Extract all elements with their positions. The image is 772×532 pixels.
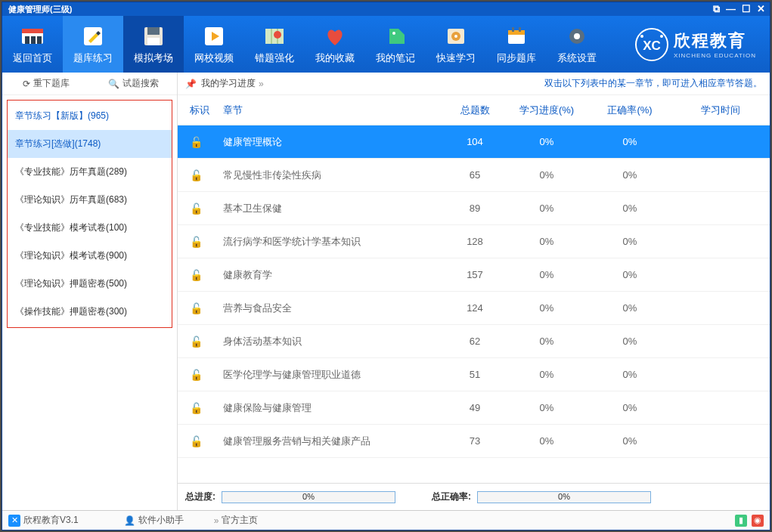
cell-total: 89 xyxy=(445,203,505,214)
sidebar-item[interactable]: 章节练习【新版】(965) xyxy=(8,102,172,130)
lock-icon: 🔓 xyxy=(190,203,203,215)
table-row[interactable]: 🔓常见慢性非传染性疾病650%0% xyxy=(178,159,770,192)
cell-chapter: 健康管理概论 xyxy=(223,135,445,149)
cell-chapter: 健康管理服务营销与相关健康产品 xyxy=(223,435,445,448)
tag-icon xyxy=(383,24,408,48)
cell-accuracy: 0% xyxy=(588,435,671,447)
total-accuracy-label: 总正确率: xyxy=(432,490,471,503)
cell-accuracy: 0% xyxy=(588,336,671,347)
chevron-right-icon[interactable]: » xyxy=(259,79,264,89)
svg-rect-4 xyxy=(37,36,42,44)
nav-quick[interactable]: 快速学习 xyxy=(426,16,486,73)
chart-icon[interactable]: ◉ xyxy=(752,515,764,527)
minimize-icon[interactable]: — xyxy=(726,3,736,15)
sidebar-item[interactable]: 《理论知识》模考试卷(900) xyxy=(8,242,172,270)
cell-accuracy: 0% xyxy=(588,169,671,181)
nav-video[interactable]: 网校视频 xyxy=(184,16,244,73)
sidebar-item[interactable]: 《操作技能》押题密卷(300) xyxy=(8,298,172,326)
helper-icon: 👤 xyxy=(124,515,135,526)
total-progress-bar: 0% xyxy=(222,491,395,503)
cell-progress: 0% xyxy=(505,435,588,447)
total-accuracy-bar: 0% xyxy=(477,491,651,503)
hint-text: 双击以下列表中的某一章节，即可进入相应章节答题。 xyxy=(544,77,762,90)
app-icon: ✕ xyxy=(8,515,20,527)
cell-total: 104 xyxy=(445,136,505,147)
status-right: ▮ ◉ xyxy=(735,515,764,527)
table-row[interactable]: 🔓健康保险与健康管理490%0% xyxy=(178,391,770,425)
cell-progress: 0% xyxy=(505,369,588,380)
sidebar-item[interactable]: 《理论知识》押题密卷(500) xyxy=(8,270,172,298)
table-row[interactable]: 🔓医学伦理学与健康管理职业道德510%0% xyxy=(178,358,770,391)
maximize-icon[interactable]: ☐ xyxy=(742,3,751,15)
progress-label[interactable]: 我的学习进度 xyxy=(201,77,256,90)
table-row[interactable]: 🔓流行病学和医学统计学基本知识1280%0% xyxy=(178,225,770,258)
cell-progress: 0% xyxy=(505,302,588,314)
table-row[interactable]: 🔓营养与食品安全1240%0% xyxy=(178,292,770,325)
nav-practice[interactable]: 题库练习 xyxy=(63,16,123,73)
col-chapter: 章节 xyxy=(223,104,445,117)
cell-accuracy: 0% xyxy=(588,302,671,314)
svg-rect-19 xyxy=(519,27,521,32)
pencil-icon xyxy=(81,24,105,48)
sidebar-item[interactable]: 《专业技能》历年真题(289) xyxy=(8,158,172,186)
nav-wrong[interactable]: 错题强化 xyxy=(244,16,305,73)
table-row[interactable]: 🔓健康教育学1570%0% xyxy=(178,258,770,292)
sidebar-item[interactable]: 《专业技能》模考试卷(100) xyxy=(8,214,172,242)
title-bar: 健康管理师(三级) ⧉ — ☐ ✕ xyxy=(2,2,770,16)
main-area: ⟳重下题库 🔍试题搜索 章节练习【新版】(965) 章节练习[选做](1748)… xyxy=(2,73,770,510)
sidebar-item[interactable]: 《理论知识》历年真题(683) xyxy=(8,186,172,214)
cell-total: 128 xyxy=(445,236,505,247)
nav-favorite[interactable]: 我的收藏 xyxy=(305,16,365,73)
lock-icon: 🔓 xyxy=(190,236,203,248)
pin-icon: 📌 xyxy=(185,79,197,89)
col-accuracy: 正确率(%) xyxy=(588,104,671,117)
cell-progress: 0% xyxy=(505,269,588,280)
svg-point-24 xyxy=(640,35,643,38)
cell-accuracy: 0% xyxy=(588,236,671,247)
lock-icon: 🔓 xyxy=(190,169,203,181)
table-body[interactable]: 🔓健康管理概论1040%0%🔓常见慢性非传染性疾病650%0%🔓基本卫生保健89… xyxy=(178,125,770,483)
cell-chapter: 健康保险与健康管理 xyxy=(223,401,445,415)
helper-link[interactable]: 👤软件小助手 xyxy=(124,514,184,527)
cell-progress: 0% xyxy=(505,236,588,247)
close-icon[interactable]: ✕ xyxy=(757,3,765,15)
save-icon xyxy=(141,24,166,48)
cell-chapter: 基本卫生保健 xyxy=(223,202,445,215)
app-version[interactable]: ✕欣程教育V3.1 xyxy=(8,514,79,527)
heart-icon xyxy=(323,24,347,48)
table-row[interactable]: 🔓基本卫生保健890%0% xyxy=(178,192,770,225)
table-row[interactable]: 🔓健康管理服务营销与相关健康产品730%0% xyxy=(178,425,770,458)
svg-rect-18 xyxy=(512,27,514,32)
refresh-db-button[interactable]: ⟳重下题库 xyxy=(2,77,90,90)
brand-logo: XC 欣程教育 XINCHENG EDUCATION xyxy=(634,27,770,62)
summary-bar: 总进度: 0% 总正确率: 0% xyxy=(178,483,770,510)
col-time: 学习时间 xyxy=(671,104,770,117)
toggle-icon[interactable]: ⧉ xyxy=(713,3,720,15)
table-row[interactable]: 🔓身体活动基本知识620%0% xyxy=(178,325,770,358)
stats-icon[interactable]: ▮ xyxy=(735,515,747,527)
table-row[interactable]: 🔓健康管理概论1040%0% xyxy=(178,125,770,159)
sidebar-list: 章节练习【新版】(965) 章节练习[选做](1748) 《专业技能》历年真题(… xyxy=(2,95,177,510)
search-button[interactable]: 🔍试题搜索 xyxy=(90,77,178,90)
safe-icon xyxy=(444,24,468,48)
total-progress-label: 总进度: xyxy=(185,490,215,503)
home-icon xyxy=(20,24,45,48)
cell-accuracy: 0% xyxy=(588,402,671,413)
nav-exam[interactable]: 模拟考场 xyxy=(123,16,184,73)
lock-icon: 🔓 xyxy=(190,302,203,314)
cell-accuracy: 0% xyxy=(588,203,671,214)
lock-icon: 🔓 xyxy=(190,269,203,281)
cell-progress: 0% xyxy=(505,336,588,347)
svg-point-15 xyxy=(454,35,457,38)
cell-progress: 0% xyxy=(505,402,588,413)
nav-notes[interactable]: 我的笔记 xyxy=(365,16,426,73)
sidebar-item[interactable]: 章节练习[选做](1748) xyxy=(8,130,172,158)
svg-rect-8 xyxy=(147,38,160,45)
chevron-right-icon: » xyxy=(214,515,219,526)
nav-home[interactable]: 返回首页 xyxy=(2,16,63,73)
home-link[interactable]: »官方主页 xyxy=(214,514,259,527)
nav-sync[interactable]: 同步题库 xyxy=(486,16,547,73)
lock-icon: 🔓 xyxy=(190,136,203,148)
nav-settings[interactable]: 系统设置 xyxy=(547,16,607,73)
svg-point-25 xyxy=(660,35,663,38)
